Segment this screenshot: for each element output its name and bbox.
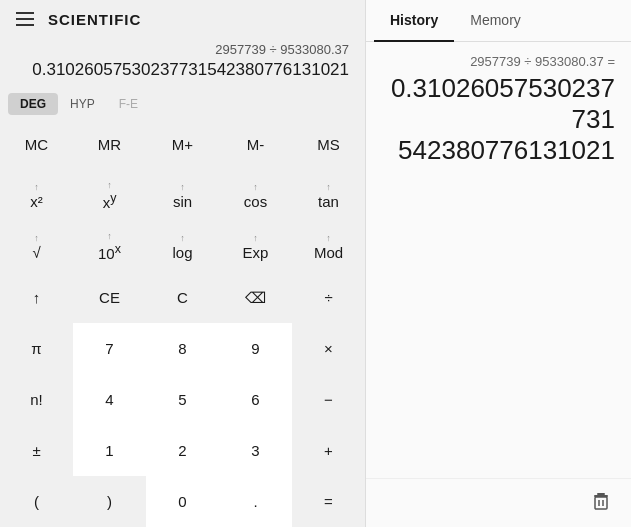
history-entry: 2957739 ÷ 9533080.37 = 0.310260575302377… <box>382 54 615 167</box>
btn-mplus[interactable]: M+ <box>146 119 219 170</box>
btn-5[interactable]: 5 <box>146 374 219 425</box>
btn-ce[interactable]: CE <box>73 272 146 323</box>
btn-mc[interactable]: MC <box>0 119 73 170</box>
btn-mminus[interactable]: M- <box>219 119 292 170</box>
menu-icon[interactable] <box>12 8 38 30</box>
calculator-panel: SCIENTIFIC 2957739 ÷ 9533080.37 0.310260… <box>0 0 365 527</box>
btn-subtract[interactable]: − <box>292 374 365 425</box>
mode-hyp[interactable]: HYP <box>58 93 107 115</box>
btn-ms[interactable]: MS <box>292 119 365 170</box>
btn-equals[interactable]: = <box>292 476 365 527</box>
btn-1[interactable]: 1 <box>73 425 146 476</box>
display-primary: 0.31026057530237731542380776131021 <box>16 59 349 81</box>
history-result: 0.31026057530237731542380776131021 <box>382 73 615 167</box>
btn-open-paren[interactable]: ( <box>0 476 73 527</box>
mode-deg[interactable]: DEG <box>8 93 58 115</box>
btn-mr[interactable]: MR <box>73 119 146 170</box>
calc-header: SCIENTIFIC <box>0 0 365 38</box>
btn-backspace[interactable]: ⌫ <box>219 272 292 323</box>
tab-memory[interactable]: Memory <box>454 0 537 42</box>
btn-9[interactable]: 9 <box>219 323 292 374</box>
btn-exp[interactable]: ↑ Exp <box>219 221 292 272</box>
tab-history[interactable]: History <box>374 0 454 42</box>
btn-xsq[interactable]: ↑ x² <box>0 170 73 221</box>
btn-multiply[interactable]: × <box>292 323 365 374</box>
history-panel: History Memory 2957739 ÷ 9533080.37 = 0.… <box>365 0 631 527</box>
mode-fe: F-E <box>107 93 150 115</box>
btn-tan[interactable]: ↑ tan <box>292 170 365 221</box>
btn-add[interactable]: + <box>292 425 365 476</box>
btn-close-paren[interactable]: ) <box>73 476 146 527</box>
display-area: 2957739 ÷ 9533080.37 0.31026057530237731… <box>0 38 365 89</box>
btn-2[interactable]: 2 <box>146 425 219 476</box>
clear-history-button[interactable] <box>583 487 619 519</box>
calc-title: SCIENTIFIC <box>48 11 141 28</box>
trash-icon <box>591 491 611 511</box>
btn-7[interactable]: 7 <box>73 323 146 374</box>
display-secondary: 2957739 ÷ 9533080.37 <box>16 42 349 57</box>
btn-factorial[interactable]: n! <box>0 374 73 425</box>
btn-c[interactable]: C <box>146 272 219 323</box>
btn-log[interactable]: ↑ log <box>146 221 219 272</box>
svg-rect-2 <box>595 497 607 509</box>
btn-10x[interactable]: ↑ 10x <box>73 221 146 272</box>
history-tabs: History Memory <box>366 0 631 42</box>
btn-6[interactable]: 6 <box>219 374 292 425</box>
btn-decimal[interactable]: . <box>219 476 292 527</box>
btn-sin[interactable]: ↑ sin <box>146 170 219 221</box>
btn-plusminus[interactable]: ± <box>0 425 73 476</box>
btn-0[interactable]: 0 <box>146 476 219 527</box>
btn-mod[interactable]: ↑ Mod <box>292 221 365 272</box>
history-footer <box>366 478 631 527</box>
btn-sqrt[interactable]: ↑ √ <box>0 221 73 272</box>
btn-8[interactable]: 8 <box>146 323 219 374</box>
btn-cos[interactable]: ↑ cos <box>219 170 292 221</box>
mode-bar: DEG HYP F-E <box>0 89 365 119</box>
buttons-area: MC MR M+ M- MS ↑ x² ↑ xy ↑ sin ↑ <box>0 119 365 527</box>
svg-rect-0 <box>597 493 605 495</box>
history-content: 2957739 ÷ 9533080.37 = 0.310260575302377… <box>366 42 631 478</box>
btn-xy[interactable]: ↑ xy <box>73 170 146 221</box>
btn-3[interactable]: 3 <box>219 425 292 476</box>
history-expression: 2957739 ÷ 9533080.37 = <box>382 54 615 69</box>
btn-divide[interactable]: ÷ <box>292 272 365 323</box>
btn-shift[interactable]: ↑ <box>0 272 73 323</box>
btn-4[interactable]: 4 <box>73 374 146 425</box>
btn-pi[interactable]: π <box>0 323 73 374</box>
